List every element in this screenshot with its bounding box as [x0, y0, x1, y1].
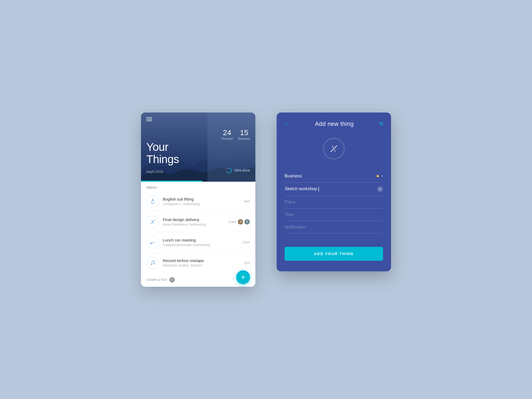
svg-line-14	[335, 146, 336, 148]
category-icon[interactable]	[323, 138, 344, 159]
phone-right: ← Add new thing	[277, 113, 391, 271]
screens-container: Your Things Sep5.2015 24 Personal 15 Bus…	[125, 97, 407, 303]
svg-line-4	[151, 223, 152, 224]
item-subtitle: Klockwork Studios, Stocklm	[163, 264, 240, 267]
hero-progress: 65% done	[226, 167, 250, 174]
item-icon-run	[146, 236, 159, 249]
hero-date: Sep5.2015	[146, 170, 163, 174]
place-placeholder: Place	[285, 200, 383, 205]
avatar: A	[238, 219, 243, 225]
svg-line-3	[154, 220, 155, 221]
svg-line-12	[332, 146, 335, 152]
text-cursor	[318, 187, 319, 192]
item-time: 9am	[244, 200, 250, 203]
title-input-value: Sketch workshop	[285, 186, 375, 192]
form-title-field: Sketch workshop ✕	[285, 182, 383, 196]
chevron-down-icon: ▾	[381, 174, 383, 178]
item-subtitle: Linnegolon 2, Gothenburg	[163, 202, 240, 206]
progress-ring-icon	[226, 167, 232, 174]
menu-icon[interactable]	[146, 117, 152, 121]
item-icon-design	[146, 215, 159, 228]
fab-button[interactable]: +	[236, 270, 250, 284]
add-thing-button[interactable]: ADD YOUR THING	[285, 247, 383, 261]
item-subtitle: Tradgardsforoningen,Gothenburg	[163, 243, 238, 247]
item-content: Record techno mixtape Klockwork Studios,…	[163, 258, 240, 267]
item-content: Final design delivery Inuse Experience, …	[163, 217, 224, 226]
notification-placeholder: Notification	[285, 225, 383, 230]
hero-blue-bar	[141, 181, 202, 182]
item-title: Lunch run meeting	[163, 238, 238, 242]
item-subtitle: Inuse Experience, Gothenburg	[163, 223, 224, 226]
list-item[interactable]: Record techno mixtape Klockwork Studios,…	[146, 253, 250, 273]
form-dropdown: Business ▾	[285, 170, 383, 182]
hero-title: Your Things	[146, 141, 179, 165]
item-title: Record techno mixtape	[163, 258, 240, 263]
svg-line-5	[152, 220, 153, 224]
inbox-header: INBOX	[146, 182, 250, 191]
avatar: B	[244, 219, 250, 225]
time-input[interactable]: Time	[285, 209, 383, 221]
form-time-field: Time	[285, 209, 383, 221]
stat-personal: 24 Personal	[221, 128, 233, 140]
stat-business: 15 Business	[238, 128, 250, 140]
svg-point-6	[150, 243, 152, 244]
progress-text: 65% done	[234, 168, 250, 172]
item-content: Boglioli suit fitting Linnegolon 2, Goth…	[163, 197, 240, 206]
item-icon-music	[146, 256, 159, 269]
time-placeholder: Time	[285, 212, 383, 217]
item-title: Boglioli suit fitting	[163, 197, 240, 201]
completed-label: COMPLEYED	[146, 278, 167, 281]
right-header: ← Add new thing	[285, 120, 383, 127]
dropdown-dot	[377, 175, 379, 177]
list-item[interactable]: Boglioli suit fitting Linnegolon 2, Goth…	[146, 191, 250, 212]
form-notification-field: Notification	[285, 221, 383, 234]
back-button[interactable]: ←	[285, 120, 290, 127]
clear-button[interactable]: ✕	[377, 186, 383, 192]
screen-title: Add new thing	[315, 120, 354, 127]
item-time: 7pm	[244, 261, 250, 265]
item-right: 11am A B	[228, 219, 250, 225]
hero-stats: 24 Personal 15 Business	[221, 128, 250, 140]
pencil-icon	[329, 144, 339, 153]
dropdown-business[interactable]: Business ▾	[285, 170, 383, 182]
svg-line-13	[331, 149, 333, 151]
item-icon-tie	[146, 195, 159, 208]
form-place-field: Place	[285, 196, 383, 209]
completed-badge: 5	[169, 277, 175, 282]
svg-point-8	[153, 263, 155, 264]
place-input[interactable]: Place	[285, 196, 383, 209]
item-avatars: A B	[238, 219, 250, 225]
phone-left: Your Things Sep5.2015 24 Personal 15 Bus…	[141, 113, 255, 287]
list-item[interactable]: Final design delivery Inuse Experience, …	[146, 212, 250, 232]
notification-input[interactable]: Notification	[285, 221, 383, 234]
hero-section: Your Things Sep5.2015 24 Personal 15 Bus…	[141, 113, 255, 182]
item-title: Final design delivery	[163, 217, 224, 222]
item-content: Lunch run meeting Tradgardsforoningen,Go…	[163, 238, 238, 247]
title-input[interactable]: Sketch workshop ✕	[285, 182, 383, 196]
inbox-section: INBOX Boglioli suit fitting Linnegolon 2…	[141, 182, 255, 273]
dropdown-label: Business	[285, 174, 374, 178]
category-icon-wrapper	[285, 138, 383, 159]
list-item[interactable]: Lunch run meeting Tradgardsforoningen,Go…	[146, 232, 250, 253]
completed-section: COMPLEYED 5 +	[141, 273, 255, 287]
svg-point-7	[151, 264, 152, 265]
filter-icon[interactable]	[378, 122, 383, 126]
item-time: 12am	[242, 240, 250, 244]
item-time: 11am	[228, 220, 236, 224]
